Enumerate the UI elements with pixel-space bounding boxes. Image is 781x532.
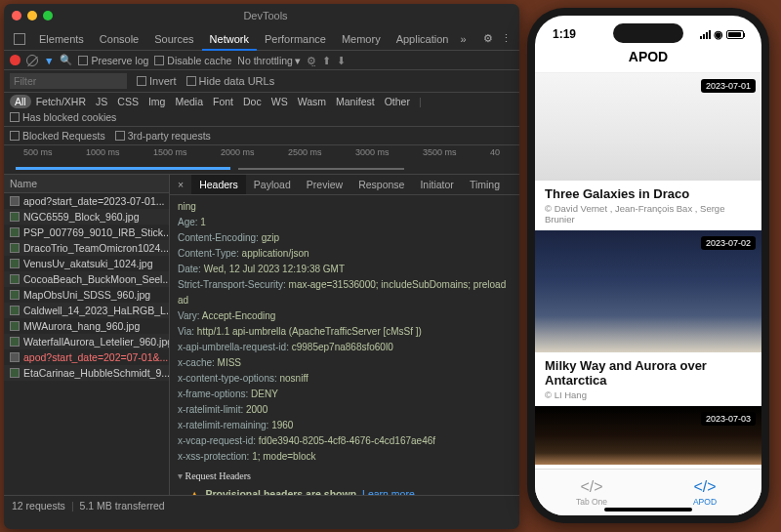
header-line: x-xss-protection: 1; mode=block	[178, 449, 512, 465]
tab-sources[interactable]: Sources	[146, 29, 201, 49]
window-controls: DevTools	[4, 4, 519, 27]
request-row[interactable]: CocoaBeach_BuckMoon_Seel...	[4, 271, 169, 287]
card-title: Three Galaxies in Draco	[535, 181, 761, 203]
devtools-window: DevTools ElementsConsoleSourcesNetworkPe…	[4, 4, 519, 529]
type-filter-manifest[interactable]: Manifest	[331, 95, 380, 108]
image-file-icon	[10, 306, 20, 315]
name-column-header[interactable]: Name	[4, 175, 169, 193]
has-blocked-cookies-checkbox[interactable]: Has blocked cookies	[10, 111, 116, 123]
detail-tab-initiator[interactable]: Initiator	[412, 175, 461, 194]
search-icon[interactable]: 🔍	[60, 54, 72, 66]
date-badge: 2023-07-02	[701, 236, 756, 250]
header-line: x-content-type-options: nosniff	[178, 371, 512, 387]
type-filter-other[interactable]: Other	[380, 95, 415, 108]
tab-console[interactable]: Console	[92, 29, 146, 49]
wifi-icon: ◉	[714, 28, 723, 41]
hide-data-urls-checkbox[interactable]: Hide data URLs	[186, 75, 275, 87]
detail-tab-response[interactable]: Response	[350, 175, 412, 194]
tab-elements[interactable]: Elements	[31, 29, 92, 49]
request-headers-section[interactable]: Request Headers	[178, 469, 512, 484]
request-count: 12 requests	[12, 500, 65, 512]
request-row[interactable]: apod?start_date=202=07-01&...	[4, 349, 169, 365]
headers-panel[interactable]: ningAge: 1Content-Encoding: gzipContent-…	[170, 195, 519, 495]
apod-card[interactable]: 2023-07-02Milky Way and Aurora over Anta…	[535, 230, 761, 406]
request-row[interactable]: MWAurora_hang_960.jpg	[4, 318, 169, 334]
tab-application[interactable]: Application	[389, 29, 457, 49]
request-row[interactable]: EtaCarinae_HubbleSchmidt_9...	[4, 365, 169, 381]
header-line: ad	[178, 293, 512, 308]
filter-toggle-icon[interactable]: ▼	[44, 55, 54, 66]
type-filter-wasm[interactable]: Wasm	[293, 95, 331, 108]
filter-row: Invert Hide data URLs	[4, 70, 519, 93]
upload-icon[interactable]: ⬆	[322, 55, 331, 66]
request-row[interactable]: WaterfallAurora_Letelier_960.jpg	[4, 334, 169, 349]
warning-icon: ▲	[189, 486, 199, 495]
type-filter-all[interactable]: All	[10, 95, 31, 108]
request-type-filters: AllFetch/XHRJSCSSImgMediaFontDocWSWasmMa…	[4, 93, 519, 127]
filter-input[interactable]	[10, 73, 127, 89]
settings-gear-icon[interactable]: ⚙	[479, 32, 497, 45]
tab-network[interactable]: Network	[202, 29, 257, 51]
request-row[interactable]: VenusUv_akatsuki_1024.jpg	[4, 256, 169, 271]
download-icon[interactable]: ⬇	[337, 55, 346, 66]
image-file-icon	[10, 227, 20, 237]
signal-icon	[700, 30, 711, 39]
transferred-size: 5.1 MB transferred	[80, 500, 165, 512]
clear-button[interactable]	[26, 55, 38, 66]
more-menu-icon[interactable]: ⋮	[497, 32, 515, 45]
inspect-icon[interactable]	[14, 33, 25, 45]
request-row[interactable]: PSP_007769_9010_IRB_Stick...	[4, 225, 169, 240]
request-row[interactable]: apod?start_date=2023-07-01...	[4, 193, 169, 209]
invert-checkbox[interactable]: Invert	[137, 75, 177, 87]
type-filter-img[interactable]: Img	[144, 95, 171, 108]
status-bar: 12 requests | 5.1 MB transferred	[4, 495, 519, 515]
card-title: Milky Way and Aurora over Antarctica	[535, 352, 761, 389]
detail-tab-preview[interactable]: Preview	[299, 175, 350, 194]
request-row[interactable]: DracoTrio_TeamOmicron1024...	[4, 240, 169, 256]
third-party-checkbox[interactable]: 3rd-party requests	[115, 130, 211, 142]
disable-cache-checkbox[interactable]: Disable cache	[154, 55, 231, 66]
code-icon: </>	[693, 478, 716, 496]
type-filter-fetch-xhr[interactable]: Fetch/XHR	[31, 95, 91, 108]
request-row[interactable]: MapObsUni_SDSS_960.jpg	[4, 287, 169, 303]
dynamic-island	[613, 23, 683, 43]
close-detail-button[interactable]: ×	[170, 175, 191, 194]
detail-tab-headers[interactable]: Headers	[191, 175, 246, 194]
preserve-log-checkbox[interactable]: Preserve log	[78, 55, 148, 66]
more-tabs-chevron[interactable]: »	[460, 33, 466, 45]
image-file-icon	[10, 368, 20, 378]
apod-card[interactable]: 2023-07-01Three Galaxies in Draco© David…	[535, 73, 761, 230]
header-line: Date: Wed, 12 Jul 2023 12:19:38 GMT	[178, 262, 512, 277]
detail-tab-timing[interactable]: Timing	[462, 175, 508, 194]
date-badge: 2023-07-03	[701, 412, 756, 426]
type-filter-js[interactable]: JS	[91, 95, 112, 108]
clock: 1:19	[553, 27, 576, 41]
header-line: Age: 1	[178, 215, 512, 230]
type-filter-ws[interactable]: WS	[267, 95, 293, 108]
type-filter-font[interactable]: Font	[208, 95, 238, 108]
home-indicator[interactable]	[604, 508, 692, 512]
scroll-content[interactable]: 2023-07-01Three Galaxies in Draco© David…	[535, 73, 761, 475]
type-filter-css[interactable]: CSS	[112, 95, 144, 108]
request-detail-pane: × HeadersPayloadPreviewResponseInitiator…	[170, 175, 519, 495]
type-filter-doc[interactable]: Doc	[238, 95, 267, 108]
request-row[interactable]: NGC6559_Block_960.jpg	[4, 209, 169, 225]
blocked-requests-checkbox[interactable]: Blocked Requests	[10, 130, 105, 142]
card-image: 2023-07-01	[535, 73, 761, 181]
throttling-select[interactable]: No throttling▾	[237, 55, 301, 66]
detail-tab-payload[interactable]: Payload	[246, 175, 299, 194]
image-file-icon	[10, 259, 20, 268]
nav-title: APOD	[535, 43, 761, 73]
card-author: © David Vernet , Jean-François Bax , Ser…	[535, 203, 761, 230]
request-row[interactable]: Caldwell_14_2023_HaLRGB_L...	[4, 303, 169, 318]
apod-card[interactable]: 2023-07-03	[535, 406, 761, 465]
header-line: Content-Encoding: gzip	[178, 230, 512, 246]
learn-more-link[interactable]: Learn more	[362, 486, 415, 495]
timeline-overview[interactable]: 500 ms1000 ms1500 ms2000 ms2500 ms3000 m…	[4, 145, 519, 175]
image-file-icon	[10, 337, 20, 347]
tab-memory[interactable]: Memory	[334, 29, 389, 49]
type-filter-media[interactable]: Media	[170, 95, 208, 108]
record-button[interactable]	[10, 55, 21, 65]
network-conditions-icon[interactable]: ⚙̤	[307, 55, 316, 66]
tab-performance[interactable]: Performance	[257, 29, 334, 49]
